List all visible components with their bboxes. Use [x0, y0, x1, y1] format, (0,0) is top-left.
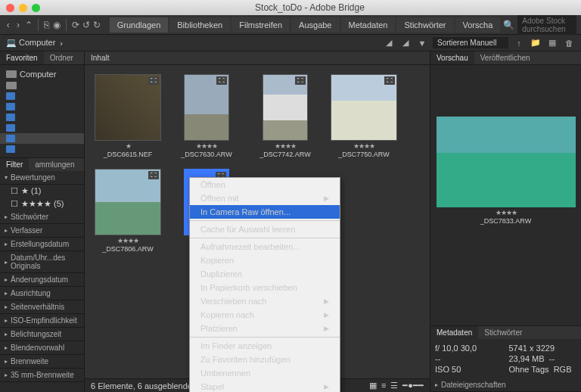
- menu-item[interactable]: Umbenennen: [190, 366, 340, 380]
- sec-blende[interactable]: Blendenvorwahl: [0, 341, 84, 355]
- meta-size: 23,94 MB --: [509, 354, 577, 363]
- rating-stars[interactable]: ★★★★: [275, 142, 296, 150]
- tab-filter[interactable]: Filter: [0, 158, 29, 171]
- rating-4[interactable]: ☐★★★★ (5): [0, 198, 84, 210]
- tab-grundlagen[interactable]: Grundlagen: [110, 17, 169, 33]
- tab-ausgabe[interactable]: Ausgabe: [291, 17, 339, 33]
- tab-metadaten[interactable]: Metadaten: [341, 17, 396, 33]
- tree-item[interactable]: [0, 80, 84, 91]
- parent-icon[interactable]: ⌃: [25, 18, 33, 32]
- rotate-cw-icon[interactable]: ↻: [93, 18, 101, 32]
- meta-tags: Ohne Tags RGB: [509, 365, 577, 374]
- tab-sammlungen[interactable]: ammlungen: [29, 158, 80, 171]
- tab-vorschau[interactable]: Vorscha: [455, 17, 501, 33]
- menu-item[interactable]: Öffnen mit▶: [190, 191, 340, 205]
- sec-ausrichtung[interactable]: Ausrichtung: [0, 287, 84, 300]
- sec-brennweite[interactable]: Brennweite: [0, 355, 84, 369]
- thumbnail[interactable]: ⛶ ★ _DSC6615.NEF: [94, 74, 162, 158]
- rating-stars[interactable]: ★★★★: [196, 142, 217, 150]
- slider-icon[interactable]: ━●━━: [402, 381, 424, 390]
- rating-stars[interactable]: ★★★★: [117, 237, 138, 244]
- new-folder-icon[interactable]: 📁: [530, 38, 542, 48]
- tab-veroffentlichen[interactable]: Veröffentlichen: [474, 51, 536, 64]
- sec-verfasser[interactable]: Verfasser: [0, 224, 84, 238]
- menu-item[interactable]: Verschieben nach▶: [190, 294, 340, 308]
- rotate-ccw-icon[interactable]: ↺: [82, 18, 90, 32]
- menu-item[interactable]: Kopieren nach▶: [190, 308, 340, 322]
- open-icon[interactable]: ▦: [546, 38, 558, 48]
- rating-stars[interactable]: ★: [126, 142, 131, 150]
- tab-bibliotheken[interactable]: Bibliotheken: [169, 17, 230, 33]
- menu-item[interactable]: Aufnahmezeit bearbeiten...: [190, 240, 340, 254]
- refresh-icon[interactable]: ⟳: [72, 18, 79, 32]
- thumb-filename: _DSC7742.ARW: [259, 151, 310, 158]
- menu-item[interactable]: Im Finder anzeigen: [190, 339, 340, 353]
- camera-icon[interactable]: ◉: [53, 18, 61, 32]
- menu-item[interactable]: In Papierkorb verschieben: [190, 281, 340, 294]
- tree-item[interactable]: [0, 91, 84, 101]
- thumbnail[interactable]: ⛶ ★★★★ _DSC7750.ARW: [330, 74, 398, 158]
- sec-anderung[interactable]: Änderungsdatum: [0, 273, 84, 287]
- preview-image[interactable]: [437, 117, 576, 207]
- menu-item[interactable]: Kopieren: [190, 254, 340, 267]
- tree-item[interactable]: [0, 101, 84, 112]
- sort-dir-icon[interactable]: ↑: [513, 38, 525, 48]
- sec-belichtung[interactable]: Belichtungszeit: [0, 328, 84, 341]
- menu-item[interactable]: Platzieren▶: [190, 322, 340, 335]
- menu-item[interactable]: Zu Favoriten hinzufügen: [190, 353, 340, 366]
- breadcrumb-root[interactable]: 💻 Computer: [6, 38, 55, 48]
- zoom-window-icon[interactable]: [32, 4, 40, 12]
- filter2-icon[interactable]: ◢: [399, 38, 412, 48]
- rating-stars[interactable]: ★★★★: [353, 142, 374, 150]
- folder-icon: [6, 92, 15, 100]
- sec-dateieigenschaften[interactable]: Dateieigenschaften: [430, 378, 581, 392]
- content-tab[interactable]: Inhalt: [85, 51, 430, 65]
- back-icon[interactable]: ‹: [5, 18, 11, 32]
- trash-icon[interactable]: 🗑: [563, 38, 575, 48]
- tree-item[interactable]: [0, 123, 84, 133]
- sort-select[interactable]: Sortieren Manuell: [433, 37, 508, 48]
- sec-seitenverh[interactable]: Seitenverhältnis: [0, 300, 84, 314]
- funnel-icon[interactable]: ▼: [416, 38, 428, 48]
- sec-brennweite35[interactable]: 35 mm-Brennweite: [0, 369, 84, 382]
- minimize-window-icon[interactable]: [19, 4, 27, 12]
- tab-vorschau[interactable]: Vorschau: [430, 51, 474, 64]
- thumbnail[interactable]: ⛶ ★★★★ _DSC7742.ARW: [251, 74, 319, 158]
- sec-erstellungsdatum[interactable]: Erstellungsdatum: [0, 238, 84, 251]
- detail-view-icon[interactable]: ☰: [390, 381, 398, 390]
- menu-item[interactable]: Stapel▶: [190, 380, 340, 392]
- sec-datumuhr[interactable]: Datum/Uhr...des Originals: [0, 251, 84, 273]
- sec-iso[interactable]: ISO-Empfindlichkeit: [0, 314, 84, 328]
- thumbnail[interactable]: ⛶ ★★★★ _DSC7630.ARW: [172, 74, 241, 158]
- tab-favoriten[interactable]: Favoriten: [0, 51, 44, 64]
- forward-icon[interactable]: ›: [14, 18, 21, 32]
- menu-item[interactable]: Duplizieren: [190, 267, 340, 281]
- search-input[interactable]: Adobe Stock durchsuchen: [517, 15, 576, 35]
- thumb-filename: _DSC7750.ARW: [338, 151, 389, 158]
- preview-stars[interactable]: ★★★★: [496, 209, 517, 216]
- rating-1[interactable]: ☐★ (1): [0, 185, 84, 198]
- tree-computer[interactable]: Computer: [0, 68, 84, 80]
- list-view-icon[interactable]: ≡: [381, 381, 386, 390]
- tree-item[interactable]: [0, 112, 84, 123]
- menu-item[interactable]: Cache für Auswahl leeren: [190, 222, 340, 236]
- filter-icon[interactable]: ◢: [383, 38, 395, 48]
- tab-stichworter[interactable]: Stichwörter: [396, 17, 453, 33]
- menu-item[interactable]: In Camera Raw öffnen...: [190, 205, 340, 219]
- sec-stichworter[interactable]: Stichwörter: [0, 210, 84, 224]
- reveal-icon[interactable]: ⎘: [43, 18, 50, 32]
- grid-view-icon[interactable]: ▦: [369, 381, 377, 390]
- sec-bewertungen[interactable]: Bewertungen: [0, 171, 84, 185]
- tab-metadaten[interactable]: Metadaten: [430, 326, 478, 339]
- thumbnail[interactable]: ⛶ ★★★★ _DSC7806.ARW: [94, 169, 162, 253]
- tab-filmstreifen[interactable]: Filmstreifen: [231, 17, 290, 33]
- tab-ordner[interactable]: Ordner: [44, 51, 79, 64]
- crop-badge-icon: ⛶: [148, 76, 159, 85]
- tab-stichworter[interactable]: Stichwörter: [478, 326, 528, 339]
- search-icon[interactable]: 🔍: [503, 18, 514, 32]
- tree-item[interactable]: [0, 144, 84, 154]
- menu-item[interactable]: Öffnen: [190, 178, 340, 191]
- context-menu: ÖffnenÖffnen mit▶In Camera Raw öffnen...…: [189, 177, 340, 392]
- close-window-icon[interactable]: [6, 4, 14, 12]
- tree-item[interactable]: [0, 133, 84, 144]
